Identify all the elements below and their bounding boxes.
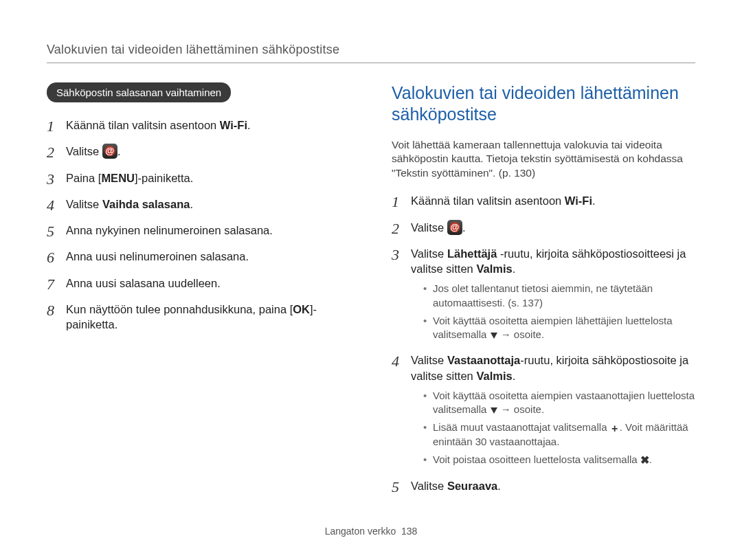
step: Valitse Lähettäjä -ruutu, kirjoita sähkö… <box>392 246 695 342</box>
step-text: Käännä tilan valitsin asentoon <box>66 119 220 131</box>
left-column: Sähköpostin salasanan vaihtaminen Käännä… <box>47 82 350 519</box>
step: Valitse . <box>47 144 350 159</box>
sub-text: → osoite. <box>498 328 545 340</box>
step-text: Valitse <box>411 354 447 366</box>
step: Kun näyttöön tulee ponnahdusikkuna, pain… <box>47 302 350 333</box>
sub-text: Voit käyttää osoitetta aiempien lähettäj… <box>433 315 673 340</box>
step-text: . <box>513 262 516 275</box>
wifi-label: Wi-Fi <box>220 119 247 131</box>
sub-text: Lisää muut vastaanottajat valitsemalla <box>433 421 610 433</box>
page-body: Sähköpostin salasanan vaihtaminen Käännä… <box>47 82 695 519</box>
step-text: . <box>497 480 501 492</box>
step: Käännä tilan valitsin asentoon Wi-Fi. <box>392 193 695 208</box>
step-text: . <box>117 145 121 157</box>
footer-page-number: 138 <box>401 526 417 537</box>
step-bold: Valmis <box>476 262 512 275</box>
sub-item: Lisää muut vastaanottajat valitsemalla +… <box>423 421 695 449</box>
step-text: Valitse <box>411 221 447 234</box>
step: Paina [MENU]-painiketta. <box>47 170 350 186</box>
section-title: Valokuvien tai videoiden lähettäminen sä… <box>392 82 695 126</box>
sub-list: Jos olet tallentanut tietosi aiemmin, ne… <box>411 282 695 341</box>
down-triangle-icon <box>491 333 497 339</box>
down-triangle-icon <box>491 407 497 414</box>
step: Käännä tilan valitsin asentoon Wi-Fi. <box>47 117 350 133</box>
step: Valitse Vastaanottaja-ruutu, kirjoita sä… <box>392 352 695 467</box>
step-bold: Vaihda salasana <box>102 198 190 210</box>
ok-key: OK <box>293 303 310 315</box>
email-icon <box>447 220 462 235</box>
step-text: Valitse <box>411 247 447 260</box>
step: Valitse Vaihda salasana. <box>47 197 350 212</box>
step-text: . <box>247 119 251 131</box>
step: Valitse . <box>392 220 695 235</box>
sub-item: Voit käyttää osoitetta aiempien vastaano… <box>423 389 695 417</box>
sub-text: Voit poistaa osoitteen luettelosta valit… <box>433 453 640 465</box>
right-column: Valokuvien tai videoiden lähettäminen sä… <box>392 82 695 519</box>
x-icon: ✖ <box>640 453 649 468</box>
step: Anna uusi nelinumeroinen salasana. <box>47 249 350 264</box>
sub-text: → osoite. <box>498 403 545 415</box>
email-icon <box>102 144 117 159</box>
step: Valitse Seuraava. <box>392 478 695 493</box>
menu-key: MENU <box>101 172 135 184</box>
sub-item: Voit käyttää osoitetta aiempien lähettäj… <box>423 314 695 342</box>
step: Anna uusi salasana uudelleen. <box>47 276 350 291</box>
sub-text: . <box>649 453 652 465</box>
left-steps: Käännä tilan valitsin asentoon Wi-Fi. Va… <box>47 117 350 332</box>
step-text: . <box>462 221 466 234</box>
sub-list: Voit käyttää osoitetta aiempien vastaano… <box>411 389 695 468</box>
step-text: . <box>592 194 596 207</box>
wifi-label: Wi-Fi <box>565 194 592 207</box>
step-text: Paina [ <box>66 172 101 184</box>
plus-icon: + <box>610 425 620 434</box>
sub-item: Jos olet tallentanut tietosi aiemmin, ne… <box>423 282 695 310</box>
step-text: Valitse <box>66 198 102 210</box>
step-text: Valitse <box>66 145 102 157</box>
page-header: Valokuvien tai videoiden lähettäminen sä… <box>47 43 695 63</box>
sub-item: Voit poistaa osoitteen luettelosta valit… <box>423 453 695 468</box>
right-steps: Käännä tilan valitsin asentoon Wi-Fi. Va… <box>392 193 695 493</box>
step-bold: Lähettäjä <box>447 247 497 260</box>
step-bold: Vastaanottaja <box>447 354 520 366</box>
intro-text: Voit lähettää kameraan tallennettuja val… <box>392 138 695 181</box>
section-pill: Sähköpostin salasanan vaihtaminen <box>47 82 231 102</box>
step-bold: Seuraava <box>447 480 497 492</box>
step-text: Valitse <box>411 480 447 492</box>
step-bold: Valmis <box>476 370 512 382</box>
step-text: . <box>513 370 516 382</box>
step-text: ]-painiketta. <box>135 172 193 184</box>
sub-text: Voit käyttää osoitetta aiempien vastaano… <box>433 390 695 415</box>
step-text: . <box>190 198 193 210</box>
step-text: Kun näyttöön tulee ponnahdusikkuna, pain… <box>66 303 293 315</box>
step: Anna nykyinen nelinumeroinen salasana. <box>47 223 350 238</box>
step-text: Käännä tilan valitsin asentoon <box>411 194 565 207</box>
page-footer: Langaton verkko 138 <box>0 526 742 537</box>
footer-section: Langaton verkko <box>325 526 396 537</box>
